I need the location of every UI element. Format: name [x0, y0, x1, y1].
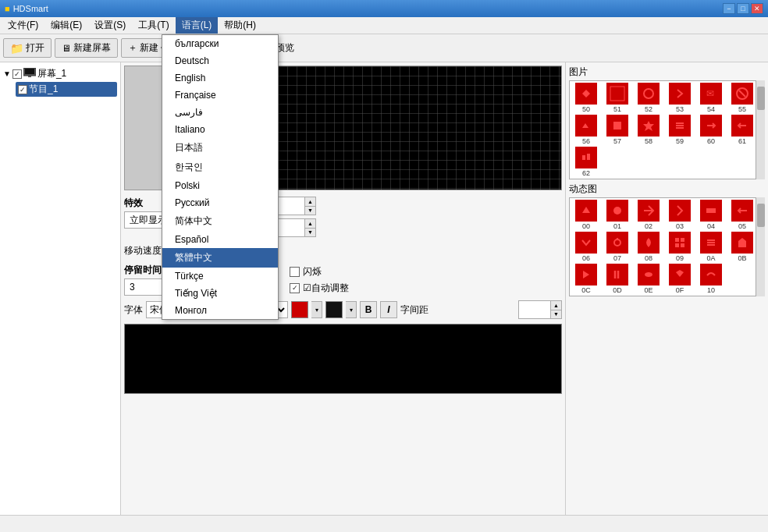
spacing-input[interactable]: 0: [519, 301, 550, 318]
y-down-button[interactable]: ▼: [305, 229, 315, 237]
lang-zh-hans[interactable]: 简体中文: [162, 211, 278, 231]
svg-rect-25: [673, 204, 687, 218]
icon-57[interactable]: 57: [603, 115, 632, 145]
icon-50-label: 50: [582, 105, 590, 113]
anim-05-label: 05: [738, 222, 746, 230]
anim-09[interactable]: 09: [665, 232, 695, 262]
lang-ru[interactable]: Русский: [162, 194, 278, 211]
lang-tr[interactable]: Türkçe: [162, 268, 278, 285]
icon-55[interactable]: 55: [727, 83, 757, 113]
screen-checkbox[interactable]: ✓: [12, 69, 22, 79]
svg-rect-4: [610, 87, 624, 101]
anim-0D[interactable]: 0D: [603, 264, 632, 294]
spacing-down-button[interactable]: ▼: [551, 310, 561, 319]
icon-51[interactable]: 51: [603, 83, 632, 113]
lang-pl[interactable]: Polski: [162, 177, 278, 194]
anim-09-img: [669, 232, 691, 254]
lang-fa[interactable]: فارسی: [162, 104, 278, 121]
image-scrollbar[interactable]: [756, 80, 765, 179]
x-up-button[interactable]: ▲: [305, 197, 315, 207]
lang-fr[interactable]: Française: [162, 87, 278, 104]
auto-adjust-checkbox[interactable]: [290, 283, 300, 293]
anim-09-label: 09: [676, 254, 684, 262]
icon-59[interactable]: 59: [665, 115, 695, 145]
spacing-up-button[interactable]: ▲: [551, 301, 561, 310]
icon-50[interactable]: 50: [571, 83, 601, 113]
italic-button[interactable]: I: [380, 301, 397, 318]
animation-scrollbar[interactable]: [756, 197, 765, 296]
open-button[interactable]: 📁 打开: [3, 38, 52, 58]
icon-61[interactable]: 61: [727, 115, 757, 145]
app-title: HDSmart: [13, 4, 48, 13]
lang-vi[interactable]: Tiếng Việt: [162, 285, 278, 302]
anim-0C[interactable]: 0C: [571, 264, 601, 294]
text-editor[interactable]: [124, 324, 562, 394]
tree-screen-item[interactable]: ▼ ✓ 屏幕_1: [3, 66, 117, 82]
anim-04[interactable]: 04: [696, 200, 726, 230]
font-color-button[interactable]: [291, 301, 308, 318]
bg-color-button[interactable]: [325, 301, 343, 318]
svg-rect-20: [579, 151, 593, 165]
anim-0B[interactable]: 0B: [727, 232, 757, 262]
icon-60-label: 60: [707, 137, 715, 145]
x-down-button[interactable]: ▼: [305, 207, 315, 215]
anim-10[interactable]: 10: [696, 264, 726, 294]
anim-08[interactable]: 08: [634, 232, 663, 262]
anim-0E[interactable]: 0E: [634, 264, 663, 294]
lang-es[interactable]: Español: [162, 231, 278, 248]
icon-51-img: [606, 83, 628, 105]
anim-03[interactable]: 03: [665, 200, 695, 230]
bold-button[interactable]: B: [360, 301, 377, 318]
minimize-button[interactable]: −: [723, 3, 735, 14]
anim-02[interactable]: 02: [634, 200, 663, 230]
icon-58[interactable]: 58: [634, 115, 663, 145]
anim-0E-label: 0E: [644, 286, 652, 294]
open-label: 打开: [26, 41, 44, 55]
svg-rect-1: [25, 69, 34, 74]
icon-56[interactable]: 56: [571, 115, 601, 145]
menu-tools[interactable]: 工具(T): [132, 17, 175, 34]
flash-checkbox[interactable]: [290, 267, 300, 277]
anim-05[interactable]: 05: [727, 200, 757, 230]
tree-program-item[interactable]: ✓ 节目_1: [16, 82, 117, 97]
anim-10-label: 10: [707, 286, 715, 294]
anim-0A[interactable]: 0A: [696, 232, 726, 262]
anim-03-label: 03: [676, 222, 684, 230]
bg-dropdown-button[interactable]: ▾: [346, 301, 357, 318]
menu-settings[interactable]: 设置(S): [88, 17, 132, 34]
y-up-button[interactable]: ▲: [305, 219, 315, 229]
icon-58-label: 58: [645, 137, 652, 145]
lang-en[interactable]: English: [162, 69, 278, 87]
menu-file[interactable]: 文件(F): [2, 17, 44, 34]
anim-00[interactable]: 00: [571, 200, 601, 230]
new-icon: ＋: [128, 41, 137, 55]
lang-ko[interactable]: 한국인: [162, 158, 278, 177]
anim-02-img: [638, 200, 660, 222]
close-button[interactable]: ✕: [751, 3, 763, 14]
lang-ja[interactable]: 日本語: [162, 138, 278, 158]
lang-bg[interactable]: български: [162, 35, 278, 52]
icon-62[interactable]: 62: [571, 147, 601, 177]
color-dropdown-button[interactable]: ▾: [311, 301, 322, 318]
icon-56-img: [575, 115, 597, 137]
lang-it[interactable]: Italiano: [162, 121, 278, 138]
program-checkbox[interactable]: ✓: [18, 85, 27, 94]
anim-0D-img: [606, 264, 628, 286]
menu-edit[interactable]: 编辑(E): [44, 17, 88, 34]
anim-07[interactable]: 07: [603, 232, 632, 262]
maximize-button[interactable]: □: [737, 3, 749, 14]
anim-06[interactable]: 06: [571, 232, 601, 262]
icon-60[interactable]: 60: [696, 115, 726, 145]
lang-mn[interactable]: Монгол: [162, 302, 278, 319]
anim-0F[interactable]: 0F: [665, 264, 695, 294]
menu-language[interactable]: 语言(L): [176, 17, 219, 34]
new-screen-label: 新建屏幕: [73, 41, 111, 55]
anim-01[interactable]: 01: [603, 200, 632, 230]
icon-54[interactable]: ✉ 54: [696, 83, 726, 113]
lang-zh-hant[interactable]: 繁體中文: [162, 248, 278, 268]
icon-52[interactable]: 52: [634, 83, 663, 113]
new-screen-button[interactable]: 🖥 新建屏幕: [55, 38, 118, 58]
menu-help[interactable]: 帮助(H): [218, 17, 262, 34]
lang-de[interactable]: Deutsch: [162, 52, 278, 69]
icon-53[interactable]: 53: [665, 83, 695, 113]
